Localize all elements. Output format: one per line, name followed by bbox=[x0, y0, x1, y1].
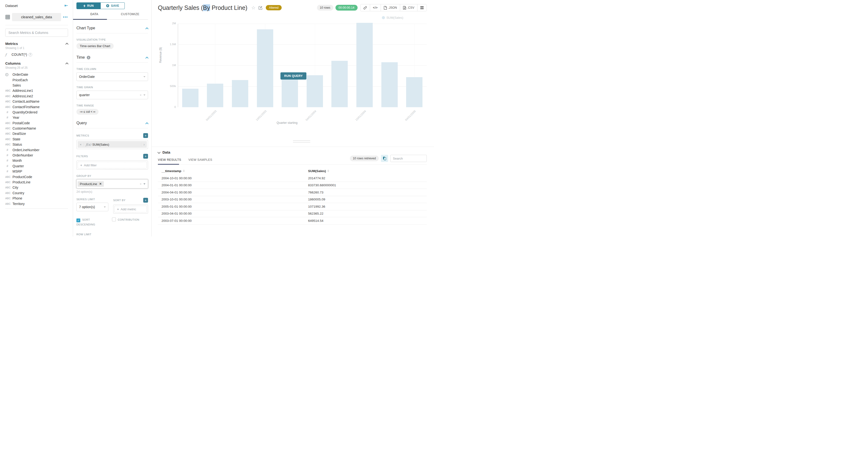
time-section-header[interactable]: Timei bbox=[76, 55, 148, 63]
column-item[interactable]: ABCAddressLine1 bbox=[5, 88, 68, 93]
dataset-name[interactable]: cleaned_sales_data bbox=[12, 13, 61, 21]
favorite-star-icon[interactable]: ☆ bbox=[251, 5, 255, 10]
hash-icon: # bbox=[5, 170, 10, 173]
chevron-right-icon[interactable]: › bbox=[141, 143, 147, 146]
column-item[interactable]: ABCCountry bbox=[5, 190, 68, 196]
add-filter-dropzone[interactable]: +Add filter bbox=[78, 162, 147, 168]
embed-code-button[interactable]: </> bbox=[370, 4, 381, 11]
column-item[interactable]: #QuantityOrdered bbox=[5, 109, 68, 115]
add-metric-button[interactable]: + bbox=[143, 133, 148, 138]
column-item[interactable]: ABCCity bbox=[5, 185, 68, 190]
tab-data[interactable]: DATA bbox=[76, 12, 112, 19]
column-item[interactable]: #Quarter bbox=[5, 163, 68, 169]
column-item[interactable]: Sales bbox=[5, 83, 68, 88]
add-sort-metric-button[interactable]: + bbox=[143, 198, 148, 202]
column-item[interactable]: ABCTerritory bbox=[5, 201, 68, 206]
column-header-sum-sales[interactable]: SUM(Sales) bbox=[305, 169, 427, 173]
column-item[interactable]: #OrderNumber bbox=[5, 153, 68, 158]
dataset-more-icon[interactable]: ••• bbox=[63, 15, 68, 19]
column-label: PriceEach bbox=[12, 78, 28, 82]
panel-resize-handle[interactable] bbox=[293, 140, 310, 144]
series-limit-select[interactable]: 7 option(s) bbox=[76, 202, 108, 211]
time-column-select[interactable]: OrderDate bbox=[76, 72, 148, 81]
add-sort-metric-dropzone[interactable]: +Add metric bbox=[114, 206, 147, 213]
add-filter-button[interactable]: + bbox=[143, 154, 148, 159]
bar[interactable] bbox=[232, 80, 248, 107]
time-range-value[interactable]: -∞ ≤ col < ∞ bbox=[76, 109, 98, 115]
bar[interactable] bbox=[257, 29, 273, 107]
chart-menu-button[interactable] bbox=[417, 4, 427, 11]
viz-type-value[interactable]: Time-series Bar Chart bbox=[76, 43, 114, 49]
copy-link-button[interactable] bbox=[361, 4, 370, 11]
checkbox-checked-icon[interactable]: ✓ bbox=[76, 218, 80, 222]
metrics-label: METRICS bbox=[76, 134, 89, 137]
remove-metric-icon[interactable]: × bbox=[78, 143, 84, 146]
time-grain-select[interactable]: quarter × bbox=[76, 91, 148, 99]
column-item[interactable]: ABCProductCode bbox=[5, 174, 68, 179]
column-item[interactable]: ABCProductLine bbox=[5, 180, 68, 185]
column-item[interactable]: PriceEach bbox=[5, 77, 68, 83]
bar[interactable] bbox=[307, 75, 323, 107]
columns-collapse-icon[interactable] bbox=[65, 62, 68, 66]
query-section-header[interactable]: Query bbox=[76, 121, 148, 128]
clear-icon[interactable]: × bbox=[140, 182, 142, 186]
table-row: 2005-01-01 00:00:001071992.36 bbox=[158, 203, 427, 210]
metrics-collapse-icon[interactable] bbox=[65, 43, 68, 46]
tab-view-samples[interactable]: VIEW SAMPLES bbox=[188, 158, 212, 161]
column-item[interactable]: OrderDate bbox=[5, 72, 68, 77]
export-json-button[interactable]: .JSON bbox=[381, 4, 400, 11]
column-item[interactable]: #Month bbox=[5, 158, 68, 163]
page-title: Quarterly Sales (By Product Line) bbox=[158, 4, 247, 11]
sort-descending-checkbox[interactable]: ✓SORT DESCENDING bbox=[76, 218, 105, 227]
help-icon[interactable]: ? bbox=[29, 53, 32, 57]
search-metrics-columns-input[interactable] bbox=[5, 29, 68, 37]
column-item[interactable]: ABCState bbox=[5, 136, 68, 142]
save-button[interactable]: SAVE bbox=[101, 2, 125, 9]
chart-type-section-header[interactable]: Chart Type bbox=[76, 26, 148, 33]
metric-item[interactable]: ƒ COUNT(*) ? bbox=[5, 53, 68, 57]
checkbox-unchecked-icon[interactable] bbox=[112, 218, 116, 221]
bar[interactable] bbox=[331, 61, 348, 107]
cell-timestamp: 2005-01-01 00:00:00 bbox=[158, 205, 305, 209]
column-item[interactable]: ABCPhone bbox=[5, 196, 68, 201]
group-by-chip[interactable]: ProductLine✕ bbox=[78, 181, 104, 187]
run-query-button[interactable]: RUN QUERY bbox=[280, 72, 306, 80]
clear-icon[interactable]: × bbox=[140, 93, 142, 97]
column-item[interactable]: ABCPostalCode bbox=[5, 120, 68, 126]
tab-view-results[interactable]: VIEW RESULTS bbox=[158, 158, 181, 161]
bar[interactable] bbox=[182, 89, 198, 107]
copy-data-button[interactable] bbox=[381, 155, 388, 162]
remove-chip-icon[interactable]: ✕ bbox=[99, 182, 102, 186]
metric-chip[interactable]: × ƒ(x)SUM(Sales) › bbox=[78, 141, 147, 148]
export-csv-button[interactable]: .CSV bbox=[400, 4, 417, 11]
abc-icon: ABC bbox=[5, 95, 12, 98]
time-column-label: TIME COLUMN bbox=[76, 67, 96, 70]
column-item[interactable]: ABCDealSize bbox=[5, 131, 68, 136]
collapse-data-icon[interactable] bbox=[157, 151, 160, 154]
column-item[interactable]: #MSRP bbox=[5, 169, 68, 174]
column-item[interactable]: ABCContactLastName bbox=[5, 99, 68, 104]
column-item[interactable]: ABCCustomerName bbox=[5, 126, 68, 131]
column-item[interactable]: #Year bbox=[5, 115, 68, 120]
bar[interactable] bbox=[356, 23, 373, 107]
legend-item[interactable]: SUM(Sales) bbox=[382, 16, 403, 20]
bar[interactable] bbox=[207, 84, 223, 107]
column-label: Status bbox=[12, 143, 22, 146]
column-item[interactable]: #OrderLineNumber bbox=[5, 147, 68, 152]
run-button[interactable]: RUN bbox=[76, 2, 101, 9]
column-item[interactable]: ABCContactFirstName bbox=[5, 104, 68, 109]
active-tab-indicator bbox=[73, 19, 107, 20]
contribution-checkbox[interactable]: CONTRIBUTION bbox=[112, 218, 140, 227]
collapse-sidebar-icon[interactable]: ⇤ bbox=[64, 3, 68, 8]
tab-customize[interactable]: CUSTOMIZE bbox=[112, 12, 148, 19]
data-panel-title: Data bbox=[162, 150, 170, 154]
column-header-timestamp[interactable]: __timestamp bbox=[158, 169, 305, 173]
column-item[interactable]: ABCStatus bbox=[5, 142, 68, 147]
results-search-input[interactable] bbox=[390, 155, 427, 162]
bar[interactable] bbox=[406, 77, 423, 107]
bar[interactable] bbox=[381, 62, 398, 107]
column-item[interactable]: ABCAddressLine2 bbox=[5, 94, 68, 99]
group-by-select[interactable]: ProductLine✕ × bbox=[76, 179, 148, 188]
bolt-icon bbox=[83, 4, 86, 7]
edit-properties-icon[interactable] bbox=[258, 5, 263, 10]
